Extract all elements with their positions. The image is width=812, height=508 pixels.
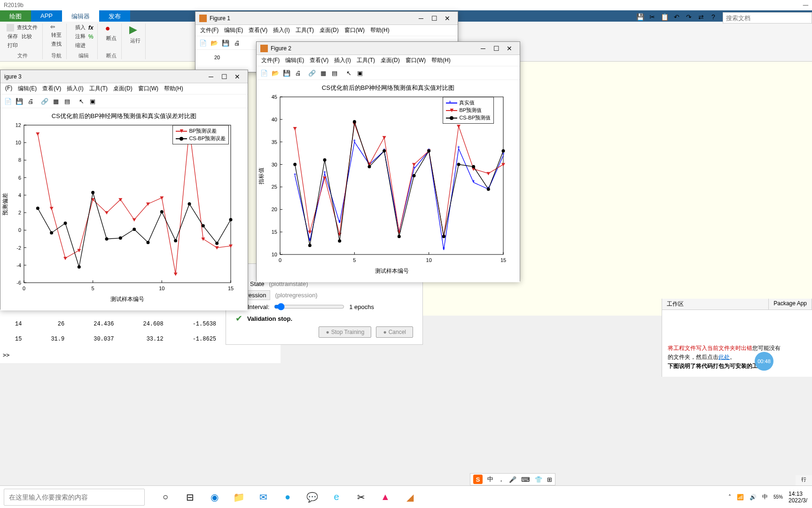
mic-icon[interactable]: 🎤 <box>509 476 516 483</box>
taskbar-search[interactable] <box>4 489 145 506</box>
cancel-button[interactable]: ●Cancel <box>376 326 413 338</box>
redo-icon[interactable]: ↷ <box>684 12 694 22</box>
tab-editor[interactable]: 编辑器 <box>62 10 99 22</box>
menu-desktop[interactable]: 桌面(D) <box>320 26 339 34</box>
punct-icon[interactable]: ， <box>498 475 504 484</box>
menu-edit[interactable]: 编辑(E) <box>18 85 37 93</box>
menu-desktop[interactable]: 桌面(D) <box>381 56 400 64</box>
interval-slider[interactable] <box>274 303 344 310</box>
save-icon[interactable]: 💾 <box>282 68 291 78</box>
find-files-button[interactable]: 查找文件 <box>16 24 39 32</box>
skin-icon[interactable]: 👕 <box>535 476 542 483</box>
goto-button[interactable]: 转至 <box>50 31 62 39</box>
clock[interactable]: 14:13 2022/3/ <box>789 491 807 504</box>
cut-icon[interactable]: ✂ <box>648 12 657 22</box>
data-icon[interactable]: ▣ <box>88 96 97 106</box>
menu-window[interactable]: 窗口(W) <box>344 26 365 34</box>
start-icon[interactable]: ○ <box>159 491 172 504</box>
find-button[interactable]: 查找 <box>50 40 62 48</box>
run-button[interactable]: 运行 <box>129 37 141 45</box>
indent-button[interactable]: 缩进 <box>74 41 86 49</box>
chevron-up-icon[interactable]: ˄ <box>728 494 731 500</box>
menu-file[interactable]: 文件(F) <box>200 26 219 34</box>
battery-icon[interactable]: 55% <box>773 494 783 500</box>
save-button[interactable]: 保存 <box>7 32 19 40</box>
menu-help[interactable]: 帮助(H) <box>370 26 390 34</box>
dock-icon[interactable]: ▦ <box>319 68 328 78</box>
menu-view[interactable]: 查看(V) <box>249 26 267 34</box>
run-icon[interactable]: ▶ <box>129 24 137 36</box>
pointer-icon[interactable]: ↖ <box>344 68 353 78</box>
menu-help[interactable]: 帮助(H) <box>431 56 451 64</box>
package-header[interactable]: Package App <box>769 299 812 310</box>
copy-icon[interactable]: 📋 <box>660 12 669 22</box>
system-tray[interactable]: ˄ 📶 🔊 中 55% 14:13 2022/3/ <box>728 491 812 504</box>
ie-icon[interactable]: e <box>330 491 343 504</box>
compare-button[interactable]: 比较 <box>21 32 33 40</box>
print-icon[interactable]: 🖨 <box>232 38 242 48</box>
snip-icon[interactable]: ✂ <box>354 491 367 504</box>
minimize-button[interactable]: ─ <box>476 45 490 52</box>
tab-plots[interactable]: 绘图 <box>0 10 31 22</box>
menu-window[interactable]: 窗口(W) <box>138 85 158 93</box>
maximize-button[interactable]: ☐ <box>428 15 441 22</box>
help-icon[interactable]: ? <box>709 12 718 22</box>
comment-button[interactable]: 注释 <box>74 32 86 40</box>
menu-edit[interactable]: 编辑(E) <box>285 56 304 64</box>
open-icon[interactable]: 📂 <box>271 68 280 78</box>
pointer-icon[interactable]: ↖ <box>77 96 86 106</box>
save-icon[interactable]: 💾 <box>221 38 230 48</box>
save-icon[interactable]: 💾 <box>15 96 24 106</box>
maximize-button[interactable]: ☐ <box>218 73 231 80</box>
dock-icon[interactable]: ▦ <box>51 96 61 106</box>
menu-tools[interactable]: 工具(T) <box>296 26 314 34</box>
menu-tools[interactable]: 工具(T) <box>357 56 375 64</box>
menu-file[interactable]: (F) <box>5 85 12 93</box>
wechat-icon[interactable]: 💬 <box>305 491 319 504</box>
data-icon[interactable]: ▣ <box>355 68 365 78</box>
keyboard-icon[interactable]: ⌨ <box>521 476 530 483</box>
link-icon[interactable]: 🔗 <box>40 96 49 106</box>
app-icon[interactable]: ● <box>281 491 294 504</box>
lang-icon[interactable]: 中 <box>762 493 768 501</box>
menu-tools[interactable]: 工具(T) <box>89 85 108 93</box>
figure2-plot[interactable]: CS优化前后的BP神经网络预测值和真实值对比图 1015202530354045… <box>257 80 520 282</box>
doc-search[interactable] <box>723 12 812 24</box>
save-icon[interactable]: 💾 <box>635 12 645 22</box>
insert-button[interactable]: 插入 <box>74 24 86 32</box>
maximize-button[interactable]: ☐ <box>490 45 503 52</box>
menu-file[interactable]: 文件(F) <box>261 56 280 64</box>
close-button[interactable]: ✕ <box>441 15 454 22</box>
close-button[interactable]: ✕ <box>231 73 244 80</box>
menu-view[interactable]: 查看(V) <box>310 56 328 64</box>
new-icon[interactable]: 📄 <box>198 38 208 48</box>
back-icon[interactable]: ⇦ <box>50 24 55 30</box>
menu-help[interactable]: 帮助(H) <box>164 85 183 93</box>
explorer-icon[interactable]: 📁 <box>232 491 245 504</box>
fx-icon[interactable]: fx <box>88 24 94 31</box>
menu-edit[interactable]: 编辑(E) <box>224 26 243 34</box>
grid-icon[interactable]: ⊞ <box>547 476 552 483</box>
new-icon[interactable]: 📄 <box>259 68 269 78</box>
menu-desktop[interactable]: 桌面(D) <box>113 85 133 93</box>
edge-icon[interactable]: ◉ <box>208 491 221 504</box>
ime-bar[interactable]: S 中 ， 🎤 ⌨ 👕 ⊞ <box>470 473 555 485</box>
new-icon[interactable]: 📄 <box>3 96 13 106</box>
menu-view[interactable]: 查看(V) <box>42 85 61 93</box>
minimize-button[interactable]: ─ <box>204 73 218 80</box>
stop-training-button[interactable]: ●Stop Training <box>319 326 371 338</box>
volume-icon[interactable]: 🔊 <box>750 494 757 500</box>
wifi-icon[interactable]: 📶 <box>737 494 744 500</box>
print-icon[interactable]: 🖨 <box>26 96 35 106</box>
breakpoint-button[interactable]: 断点 <box>105 34 117 42</box>
switch-icon[interactable]: ⇄ <box>696 12 706 22</box>
minimize-button[interactable]: ─ <box>414 15 428 22</box>
print-button[interactable]: 打印 <box>7 41 19 49</box>
menu-insert[interactable]: 插入(I) <box>334 56 351 64</box>
app2-icon[interactable]: ▲ <box>379 491 392 504</box>
breakpoint-icon[interactable]: ● <box>105 24 110 33</box>
open-icon[interactable]: 📂 <box>210 38 219 48</box>
workspace-header[interactable]: 工作区 <box>662 299 769 310</box>
menu-insert[interactable]: 插入(I) <box>273 26 289 34</box>
taskview-icon[interactable]: ⊟ <box>183 491 196 504</box>
